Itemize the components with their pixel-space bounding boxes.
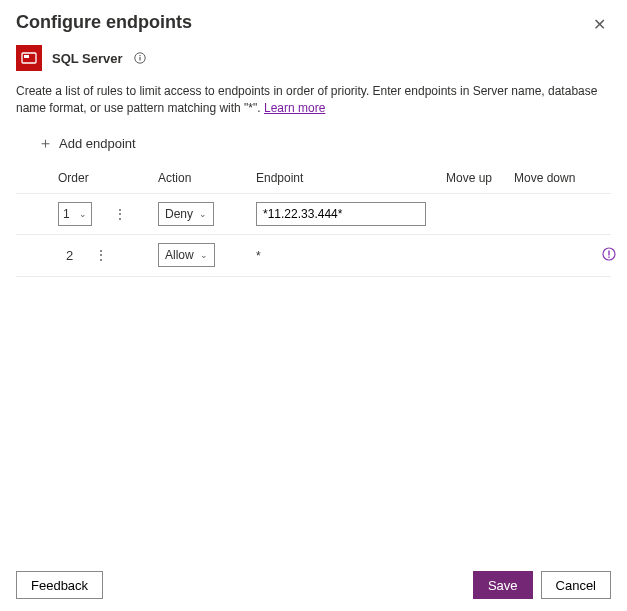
endpoints-table: Order Action Endpoint Move up Move down … [0, 161, 627, 277]
add-endpoint-label: Add endpoint [59, 136, 136, 151]
col-endpoint: Endpoint [256, 171, 446, 185]
col-movedown: Move down [514, 171, 602, 185]
svg-rect-4 [139, 57, 140, 61]
cancel-button[interactable]: Cancel [541, 571, 611, 599]
info-icon[interactable] [602, 249, 616, 264]
description: Create a list of rules to limit access t… [0, 79, 627, 126]
row-menu-button[interactable]: ⋮ [93, 247, 109, 263]
chevron-down-icon: ⌄ [200, 250, 208, 260]
action-value: Deny [165, 207, 193, 221]
col-order: Order [58, 171, 158, 185]
svg-rect-5 [139, 55, 140, 56]
plus-icon: ＋ [38, 134, 53, 153]
chevron-down-icon: ⌄ [199, 209, 207, 219]
service-name: SQL Server [52, 51, 123, 66]
order-value: 2 [58, 248, 73, 263]
action-select[interactable]: Deny⌄ [158, 202, 214, 226]
endpoint-text: * [256, 249, 261, 263]
close-button[interactable]: ✕ [587, 12, 611, 36]
svg-rect-7 [608, 250, 609, 255]
table-header: Order Action Endpoint Move up Move down [16, 161, 611, 193]
svg-rect-2 [24, 55, 29, 58]
info-icon[interactable] [133, 51, 147, 65]
feedback-button[interactable]: Feedback [16, 571, 103, 599]
add-endpoint-button[interactable]: ＋ Add endpoint [0, 126, 627, 161]
col-action: Action [158, 171, 256, 185]
save-button[interactable]: Save [473, 571, 533, 599]
order-value: 1 [63, 207, 70, 221]
table-row: 1⌄⋮Deny⌄ [16, 193, 611, 235]
action-select[interactable]: Allow⌄ [158, 243, 215, 267]
learn-more-link[interactable]: Learn more [264, 101, 325, 115]
endpoint-input[interactable] [256, 202, 426, 226]
order-select[interactable]: 1⌄ [58, 202, 92, 226]
row-menu-button[interactable]: ⋮ [112, 206, 128, 222]
sql-server-icon [16, 45, 42, 71]
action-value: Allow [165, 248, 194, 262]
footer: Feedback Save Cancel [0, 561, 627, 611]
service-row: SQL Server [0, 41, 627, 79]
svg-rect-8 [608, 256, 609, 257]
chevron-down-icon: ⌄ [79, 209, 87, 219]
close-icon: ✕ [593, 16, 606, 33]
col-moveup: Move up [446, 171, 514, 185]
table-row: 2⋮Allow⌄* [16, 235, 611, 277]
panel-title: Configure endpoints [16, 12, 611, 33]
